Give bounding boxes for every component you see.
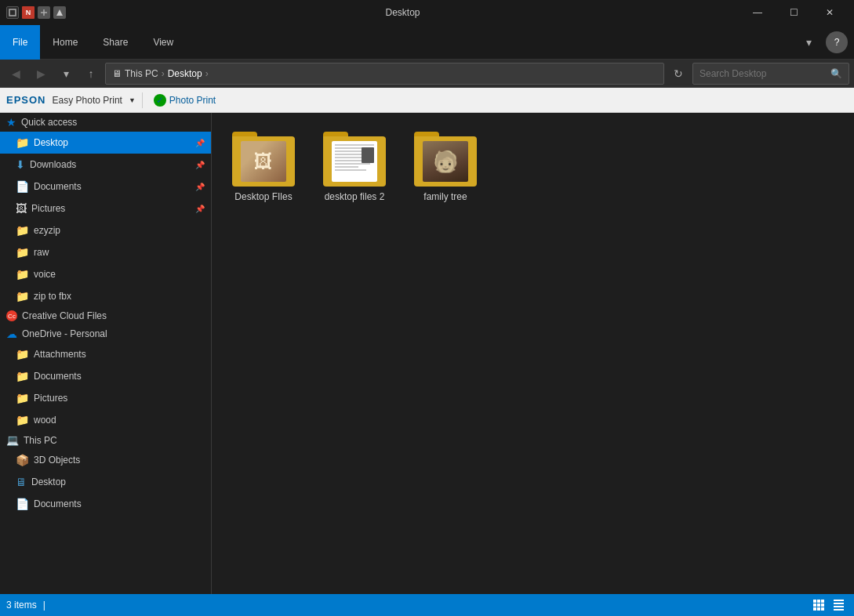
sidebar-item-pc-desktop[interactable]: 🖥 Desktop — [0, 471, 211, 493]
sidebar-label-ziptofbx: zip to fbx — [34, 291, 71, 302]
tab-file[interactable]: File — [0, 25, 40, 60]
addressbar: ◀ ▶ ▾ ↑ 🖥 This PC › Desktop › ↻ 🔍 — [0, 60, 854, 88]
folder-bg-1: 🖼 — [232, 136, 295, 187]
svg-rect-10 — [821, 607, 824, 611]
sidebar-label-ezyzip: ezyzip — [34, 225, 60, 236]
folder-desktop-files-2[interactable]: desktop files 2 — [315, 125, 394, 208]
svg-rect-3 — [817, 600, 820, 603]
folder-icon-od-documents: 📁 — [16, 370, 29, 382]
onedrive-icon: ☁ — [6, 328, 17, 340]
sidebar-item-documents[interactable]: 📄 Documents 📌 — [0, 176, 211, 197]
path-sep-2: › — [205, 68, 209, 79]
folder-icon-pictures: 🖼 — [16, 202, 27, 215]
sidebar-thispc-header[interactable]: 💻 This PC — [0, 431, 211, 449]
pin-icon-pictures: 📌 — [195, 205, 205, 213]
folder-desktop-files[interactable]: 🖼 Desktop FIles — [224, 125, 303, 208]
path-icon: 🖥 — [112, 68, 122, 79]
app-icon-1 — [6, 6, 19, 19]
help-button[interactable]: ? — [826, 31, 848, 53]
sidebar-item-wood[interactable]: 📁 wood — [0, 409, 211, 431]
sidebar-item-3dobjects[interactable]: 📦 3D Objects — [0, 449, 211, 471]
sidebar-item-attachments[interactable]: 📁 Attachments — [0, 343, 211, 365]
svg-rect-8 — [813, 607, 816, 611]
folder-icon-voice: 📁 — [16, 268, 29, 281]
titlebar-controls: — ☐ ✕ — [740, 0, 848, 25]
statusbar-separator: | — [43, 600, 45, 611]
maximize-button[interactable]: ☐ — [776, 0, 812, 25]
svg-rect-14 — [834, 609, 844, 611]
folder-icon-downloads: ⬇ — [16, 158, 25, 171]
statusbar-right — [810, 596, 848, 614]
main-layout: ★ Quick access 📁 Desktop 📌 ⬇ Downloads 📌… — [0, 113, 854, 594]
path-thispc: This PC — [125, 68, 158, 79]
cc-icon: Cc — [6, 310, 17, 321]
sidebar-cc-header[interactable]: Cc Creative Cloud Files — [0, 307, 211, 324]
folder-icon-ziptofbx: 📁 — [16, 290, 29, 303]
sidebar-label-attachments: Attachments — [34, 349, 86, 360]
tab-share[interactable]: Share — [90, 25, 140, 60]
quick-access-label: Quick access — [21, 117, 77, 128]
titlebar-icons: N — [6, 6, 66, 19]
sidebar-label-od-pictures: Pictures — [34, 393, 67, 404]
folder-label-desktop-files: Desktop FIles — [234, 191, 292, 202]
sidebar-item-pc-documents[interactable]: 📄 Documents — [0, 493, 211, 515]
folder-family-tree[interactable]: 🧓 family tree — [406, 125, 485, 208]
sidebar-label-pc-desktop: Desktop — [31, 476, 66, 487]
svg-rect-2 — [813, 600, 816, 603]
sidebar-item-ziptofbx[interactable]: 📁 zip to fbx — [0, 285, 211, 307]
sidebar-item-raw[interactable]: 📁 raw — [0, 241, 211, 263]
sidebar-item-od-pictures[interactable]: 📁 Pictures — [0, 387, 211, 409]
minimize-button[interactable]: — — [740, 0, 776, 25]
item-count: 3 items — [6, 600, 37, 611]
sidebar-quick-access-header[interactable]: ★ Quick access — [0, 113, 211, 132]
close-button[interactable]: ✕ — [812, 0, 848, 25]
ribbon-dropdown-btn[interactable]: ▾ — [798, 31, 819, 53]
sidebar-item-ezyzip[interactable]: 📁 ezyzip — [0, 219, 211, 241]
folder-icon-3dobjects: 📦 — [16, 454, 29, 466]
sidebar-item-pictures[interactable]: 🖼 Pictures 📌 — [0, 197, 211, 219]
epson-dropdown[interactable]: ▼ — [129, 96, 136, 104]
sidebar-item-downloads[interactable]: ⬇ Downloads 📌 — [0, 154, 211, 176]
folder-label-family-tree: family tree — [423, 191, 467, 202]
up-button[interactable]: ↑ — [80, 63, 102, 85]
large-icon-view-button[interactable] — [830, 596, 848, 614]
sidebar-onedrive-header[interactable]: ☁ OneDrive - Personal — [0, 324, 211, 343]
epson-divider — [142, 92, 143, 108]
refresh-button[interactable]: ↻ — [667, 63, 689, 85]
folder-icon-pc-documents: 📄 — [16, 498, 29, 510]
pin-icon-desktop: 📌 — [195, 139, 205, 147]
pin-icon-downloads: 📌 — [195, 161, 205, 169]
svg-rect-11 — [834, 600, 844, 601]
statusbar: 3 items | — [0, 594, 854, 616]
sidebar-label-wood: wood — [34, 415, 56, 426]
star-icon: ★ — [6, 116, 16, 129]
photo-print-button[interactable]: ✓ Photo Print — [149, 92, 220, 108]
ribbon: File Home Share View ▾ ? — [0, 25, 854, 60]
svg-rect-5 — [813, 603, 816, 607]
dropdown-history-button[interactable]: ▾ — [55, 63, 77, 85]
address-path[interactable]: 🖥 This PC › Desktop › — [105, 63, 664, 85]
sidebar-label-od-documents: Documents — [34, 371, 82, 382]
sidebar-item-od-documents[interactable]: 📁 Documents — [0, 365, 211, 387]
folder-thumbnail-desktop-files: 🖼 — [232, 132, 295, 187]
list-view-button[interactable] — [810, 596, 827, 614]
sidebar-label-3dobjects: 3D Objects — [34, 455, 80, 466]
titlebar: N Desktop — ☐ ✕ — [0, 0, 854, 25]
epson-app-name: Easy Photo Print — [53, 95, 122, 106]
tab-home[interactable]: Home — [40, 25, 90, 60]
onedrive-label: OneDrive - Personal — [22, 328, 107, 339]
svg-rect-0 — [9, 9, 16, 16]
svg-rect-9 — [817, 607, 820, 611]
search-icon: 🔍 — [830, 68, 842, 79]
sidebar-item-desktop[interactable]: 📁 Desktop 📌 — [0, 132, 211, 154]
forward-button[interactable]: ▶ — [30, 63, 52, 85]
tab-view[interactable]: View — [140, 25, 186, 60]
folder-icon-desktop: 📁 — [16, 136, 29, 149]
sidebar-label-documents: Documents — [34, 181, 82, 192]
app-icon-3 — [38, 6, 50, 19]
back-button[interactable]: ◀ — [5, 63, 27, 85]
folder-thumbnail-family-tree: 🧓 — [414, 132, 477, 187]
search-input[interactable] — [700, 68, 826, 79]
search-box[interactable]: 🔍 — [692, 63, 849, 85]
sidebar-item-voice[interactable]: 📁 voice — [0, 263, 211, 285]
